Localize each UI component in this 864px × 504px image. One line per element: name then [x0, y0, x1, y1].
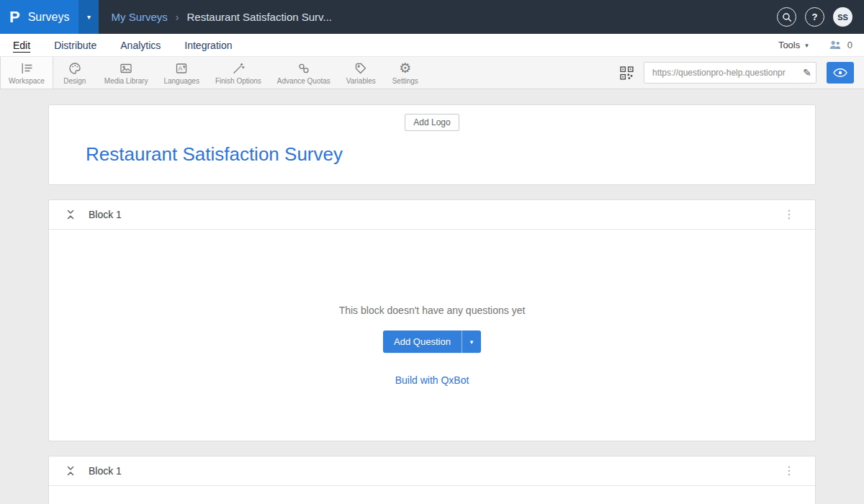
block-menu-button[interactable]: ⋮ [780, 465, 798, 477]
tab-edit[interactable]: Edit [13, 40, 30, 51]
links-icon [297, 60, 311, 76]
questionpro-logo: P [9, 9, 20, 25]
wand-icon [231, 60, 246, 76]
svg-text:A: A [179, 65, 183, 72]
toolbar-item-settings[interactable]: ⚙ Settings [384, 57, 427, 89]
chevron-down-icon[interactable]: ▾ [78, 0, 99, 34]
tab-analytics[interactable]: Analytics [120, 40, 161, 51]
toolbar-item-finish-options[interactable]: Finish Options [207, 57, 269, 89]
breadcrumb-current-survey: Restaurant Satisfaction Surv... [187, 11, 332, 23]
tools-label: Tools [778, 40, 800, 50]
help-icon: ? [812, 12, 818, 22]
toolbar-item-advance-quotas[interactable]: Advance Quotas [269, 57, 338, 89]
editor-toolbar: Workspace Design Media Library A Languag… [0, 56, 864, 89]
search-icon [782, 12, 792, 22]
breadcrumb-my-surveys[interactable]: My Surveys [111, 11, 167, 23]
brand-label: Surveys [28, 11, 70, 24]
survey-title[interactable]: Restaurant Satisfaction Survey [86, 143, 815, 166]
collapse-icon [66, 209, 76, 220]
gear-icon: ⚙ [399, 60, 411, 76]
tools-menu[interactable]: Tools ▾ [778, 40, 809, 50]
qr-code-icon[interactable] [620, 66, 634, 80]
avatar[interactable]: SS [833, 7, 852, 27]
block-body: This block doesn't have any questions ye… [49, 230, 815, 441]
block-name: Block 1 [89, 465, 122, 477]
empty-block-message: This block doesn't have any questions ye… [339, 305, 526, 316]
toolbar-item-label: Design [63, 77, 86, 85]
palette-icon [68, 60, 82, 76]
eye-icon [833, 68, 847, 77]
search-button[interactable] [777, 7, 796, 27]
block-menu-button[interactable]: ⋮ [780, 209, 798, 220]
toolbar-right: ✎ [620, 57, 864, 89]
add-question-split-button: Add Question ▾ [383, 330, 481, 353]
add-question-button[interactable]: Add Question [383, 330, 462, 353]
tag-icon [354, 60, 368, 76]
survey-nav-tabs: Edit Distribute Analytics Integration [13, 34, 232, 56]
toolbar-item-label: Media Library [104, 77, 148, 85]
toolbar-item-media-library[interactable]: Media Library [96, 57, 156, 89]
block-card-2: Block 1 ⋮ [48, 456, 816, 504]
vertical-dots-icon: ⋮ [783, 464, 795, 477]
topbar-actions: ? SS [777, 7, 864, 27]
toolbar-item-label: Workspace [9, 77, 45, 85]
toolbar-item-label: Advance Quotas [277, 77, 330, 85]
collaborators-indicator[interactable]: 0 [829, 40, 852, 50]
translate-icon: A [174, 60, 189, 76]
survey-url-field: ✎ [644, 62, 816, 84]
chevron-down-icon: ▾ [470, 338, 474, 346]
toolbar-item-variables[interactable]: Variables [338, 57, 384, 89]
edit-url-pencil-icon[interactable]: ✎ [800, 67, 811, 78]
survey-nav: Edit Distribute Analytics Integration To… [0, 34, 864, 56]
add-question-dropdown-button[interactable]: ▾ [462, 330, 481, 353]
tab-integration[interactable]: Integration [184, 40, 232, 51]
toolbar-item-label: Variables [346, 77, 376, 85]
product-switcher[interactable]: P Surveys ▾ [0, 0, 99, 34]
collaborators-count: 0 [847, 40, 852, 50]
topbar: P Surveys ▾ My Surveys › Restaurant Sati… [0, 0, 864, 34]
people-icon [829, 40, 842, 50]
survey-nav-right: Tools ▾ 0 [778, 40, 852, 50]
preview-button[interactable] [827, 62, 854, 84]
help-button[interactable]: ? [805, 7, 824, 27]
add-logo-button[interactable]: Add Logo [405, 114, 459, 131]
collapse-block-button[interactable] [66, 465, 76, 477]
block-card: Block 1 ⋮ This block doesn't have any qu… [48, 199, 816, 441]
survey-canvas: Add Logo Restaurant Satisfaction Survey … [0, 89, 864, 504]
block-name: Block 1 [89, 209, 122, 220]
chevron-down-icon: ▾ [805, 42, 809, 49]
workspace-icon [19, 60, 34, 76]
toolbar-item-label: Settings [392, 77, 418, 85]
breadcrumb: My Surveys › Restaurant Satisfaction Sur… [111, 11, 332, 23]
collapse-block-button[interactable] [66, 209, 76, 220]
block-header: Block 1 ⋮ [49, 456, 815, 486]
image-icon [119, 60, 133, 76]
survey-header-card: Add Logo Restaurant Satisfaction Survey [48, 104, 816, 185]
block-header: Block 1 ⋮ [49, 200, 815, 230]
toolbar-item-design[interactable]: Design [53, 57, 96, 89]
vertical-dots-icon: ⋮ [783, 208, 795, 220]
toolbar-item-workspace[interactable]: Workspace [0, 57, 53, 89]
toolbar-item-languages[interactable]: A Languages [156, 57, 207, 89]
toolbar-item-label: Finish Options [215, 77, 261, 85]
collapse-icon [66, 465, 76, 477]
toolbar-item-label: Languages [163, 77, 199, 85]
survey-url-input[interactable] [651, 67, 800, 78]
build-with-qxbot-link[interactable]: Build with QxBot [395, 374, 469, 386]
tab-distribute[interactable]: Distribute [54, 40, 96, 51]
breadcrumb-separator-icon: › [176, 12, 179, 23]
